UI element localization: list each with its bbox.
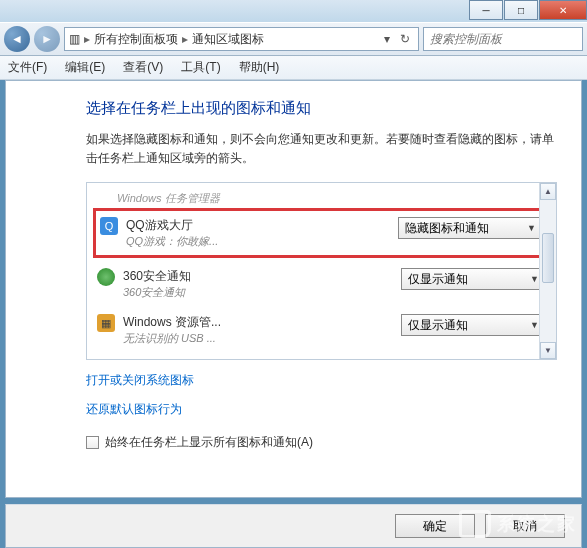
breadcrumb-part[interactable]: 通知区域图标 [192, 31, 264, 48]
dialog-footer: 确定 取消 [5, 504, 582, 548]
item-subtitle: 360安全通知 [123, 285, 393, 300]
page-title: 选择在任务栏上出现的图标和通知 [86, 99, 557, 118]
item-subtitle: QQ游戏：你敢嫁... [126, 234, 390, 249]
chevron-down-icon: ▼ [530, 274, 539, 284]
restore-default-link[interactable]: 还原默认图标行为 [86, 401, 557, 418]
menu-tools[interactable]: 工具(T) [181, 59, 220, 76]
content-area: 选择在任务栏上出现的图标和通知 如果选择隐藏图标和通知，则不会向您通知更改和更新… [5, 80, 582, 498]
icon-list: Windows 任务管理器 Q QQ游戏大厅 QQ游戏：你敢嫁... 隐藏图标和… [86, 182, 557, 360]
menu-help[interactable]: 帮助(H) [239, 59, 280, 76]
scrollbar[interactable]: ▲ ▼ [539, 183, 556, 359]
close-button[interactable]: ✕ [539, 0, 587, 20]
breadcrumb-dropdown[interactable]: ▾ [378, 32, 396, 46]
chevron-down-icon: ▼ [530, 320, 539, 330]
behavior-dropdown[interactable]: 隐藏图标和通知▼ [398, 217, 543, 239]
breadcrumb[interactable]: ▥ ▸ 所有控制面板项 ▸ 通知区域图标 ▾ ↻ [64, 27, 419, 51]
item-subtitle: 无法识别的 USB ... [123, 331, 393, 346]
forward-button[interactable]: ► [34, 26, 60, 52]
scroll-up-button[interactable]: ▲ [540, 183, 556, 200]
list-item-qq: Q QQ游戏大厅 QQ游戏：你敢嫁... 隐藏图标和通知▼ [93, 208, 550, 258]
minimize-button[interactable]: ─ [469, 0, 503, 20]
item-name: QQ游戏大厅 [126, 217, 390, 234]
refresh-button[interactable]: ↻ [396, 32, 414, 46]
shield-icon [97, 268, 115, 286]
cancel-button[interactable]: 取消 [485, 514, 565, 538]
scroll-down-button[interactable]: ▼ [540, 342, 556, 359]
list-item-360: 360安全通知 360安全通知 仅显示通知▼ [97, 264, 546, 310]
menu-view[interactable]: 查看(V) [123, 59, 163, 76]
control-panel-icon: ▥ [69, 32, 80, 46]
folder-icon: ▦ [97, 314, 115, 332]
chevron-down-icon: ▼ [527, 223, 536, 233]
menu-file[interactable]: 文件(F) [8, 59, 47, 76]
item-name: 360安全通知 [123, 268, 393, 285]
checkbox-label: 始终在任务栏上显示所有图标和通知(A) [105, 434, 313, 451]
page-description: 如果选择隐藏图标和通知，则不会向您通知更改和更新。若要随时查看隐藏的图标，请单击… [86, 130, 557, 168]
always-show-row: 始终在任务栏上显示所有图标和通知(A) [86, 434, 557, 451]
behavior-dropdown[interactable]: 仅显示通知▼ [401, 314, 546, 336]
back-button[interactable]: ◄ [4, 26, 30, 52]
maximize-button[interactable]: □ [504, 0, 538, 20]
behavior-dropdown[interactable]: 仅显示通知▼ [401, 268, 546, 290]
address-bar: ◄ ► ▥ ▸ 所有控制面板项 ▸ 通知区域图标 ▾ ↻ 搜索控制面板 [0, 22, 587, 56]
scroll-thumb[interactable] [542, 233, 554, 283]
title-bar: ─ □ ✕ [0, 0, 587, 22]
list-item: Windows 任务管理器 [97, 191, 546, 206]
toggle-system-icons-link[interactable]: 打开或关闭系统图标 [86, 372, 557, 389]
search-input[interactable]: 搜索控制面板 [423, 27, 583, 51]
list-item-explorer: ▦ Windows 资源管... 无法识别的 USB ... 仅显示通知▼ [97, 310, 546, 356]
qq-icon: Q [100, 217, 118, 235]
always-show-checkbox[interactable] [86, 436, 99, 449]
ok-button[interactable]: 确定 [395, 514, 475, 538]
menu-edit[interactable]: 编辑(E) [65, 59, 105, 76]
breadcrumb-part[interactable]: 所有控制面板项 [94, 31, 178, 48]
item-name: Windows 资源管... [123, 314, 393, 331]
menu-bar: 文件(F) 编辑(E) 查看(V) 工具(T) 帮助(H) [0, 56, 587, 80]
